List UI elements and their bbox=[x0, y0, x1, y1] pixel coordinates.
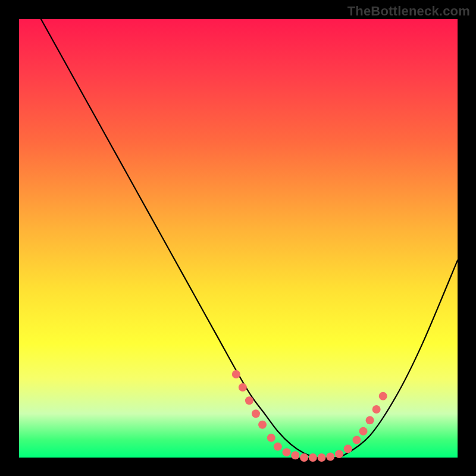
highlight-dot bbox=[274, 443, 282, 451]
highlight-dot bbox=[366, 416, 374, 424]
plot-area bbox=[19, 19, 458, 458]
watermark-text: TheBottleneck.com bbox=[347, 4, 470, 19]
highlight-dots bbox=[232, 370, 387, 462]
curve-path bbox=[41, 19, 458, 458]
highlight-dot bbox=[372, 405, 381, 414]
highlight-dot bbox=[283, 448, 291, 456]
highlight-dot bbox=[359, 427, 368, 436]
highlight-dot bbox=[267, 434, 275, 442]
chart-stage: TheBottleneck.com bbox=[0, 0, 476, 476]
highlight-dot bbox=[245, 396, 253, 405]
highlight-dot bbox=[335, 450, 343, 458]
highlight-dot bbox=[239, 383, 247, 392]
highlight-dot bbox=[344, 444, 352, 453]
highlight-dot bbox=[318, 453, 326, 462]
highlight-dot bbox=[309, 453, 317, 462]
highlight-dot bbox=[232, 370, 240, 378]
highlight-dot bbox=[326, 453, 334, 461]
highlight-dot bbox=[352, 436, 361, 444]
chart-svg bbox=[19, 19, 458, 458]
highlight-dot bbox=[300, 453, 308, 462]
highlight-dot bbox=[252, 409, 260, 418]
highlight-dot bbox=[291, 451, 299, 459]
highlight-dot bbox=[379, 392, 387, 400]
highlight-dot bbox=[258, 421, 267, 429]
